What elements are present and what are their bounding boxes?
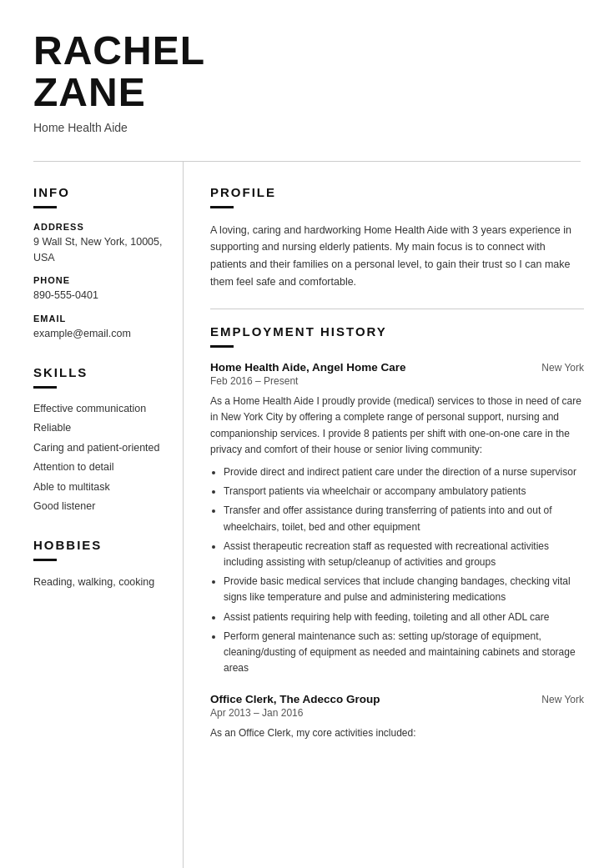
job-dates-1: Feb 2016 – Present [210,375,584,387]
bullet-item: Transfer and offer assistance during tra… [224,503,584,534]
profile-heading: PROFILE [210,185,584,199]
skill-item: Caring and patient-oriented [33,441,163,456]
job-block-1: Home Health Aide, Angel Home Care New Yo… [210,361,584,676]
candidate-title: Home Health Aide [33,121,581,134]
skill-item: Attention to detail [33,460,163,475]
info-heading: INFO [33,185,163,199]
address-label: ADDRESS [33,222,163,232]
hobbies-value: Reading, walking, cooking [33,574,163,590]
hobbies-heading: HOBBIES [33,538,163,552]
profile-section: PROFILE A loving, caring and hardworking… [210,185,584,291]
hobbies-underline [33,559,57,561]
skill-item: Good listener [33,499,163,514]
info-underline [33,206,57,208]
job-description-1: As a Home Health Aide I proudly provide … [210,394,584,458]
job-block-2: Office Clerk, The Adecco Group New York … [210,693,584,741]
job-title-2: Office Clerk, The Adecco Group [210,693,380,705]
hobbies-section: HOBBIES Reading, walking, cooking [33,538,163,590]
job-dates-2: Apr 2013 – Jan 2016 [210,707,584,719]
candidate-name: RACHEL ZANE [33,30,581,114]
sidebar: INFO ADDRESS 9 Wall St, New York, 10005,… [0,162,184,868]
skill-item: Reliable [33,421,163,436]
job-header-2: Office Clerk, The Adecco Group New York [210,693,584,705]
first-name: RACHEL [33,28,205,73]
info-section: INFO ADDRESS 9 Wall St, New York, 10005,… [33,185,163,342]
profile-text: A loving, caring and hardworking Home He… [210,222,584,291]
job-description-2: As an Office Clerk, my core activities i… [210,725,584,741]
employment-heading: EMPLOYMENT HISTORY [210,324,584,339]
phone-value: 890-555-0401 [33,288,163,304]
address-value: 9 Wall St, New York, 10005, USA [33,234,163,266]
skill-item: Effective communication [33,402,163,417]
main-layout: INFO ADDRESS 9 Wall St, New York, 10005,… [0,162,614,868]
job-title-1: Home Health Aide, Angel Home Care [210,361,406,374]
email-label: EMAIL [33,314,163,324]
last-name: ZANE [33,70,146,114]
phone-label: PHONE [33,275,163,285]
bullet-item: Provide direct and indirect patient care… [224,464,584,480]
bullet-item: Assist therapeutic recreation staff as r… [224,539,584,570]
employment-underline [210,345,234,348]
bullet-item: Transport patients via wheelchair or acc… [224,484,584,499]
employment-section: EMPLOYMENT HISTORY Home Health Aide, Ang… [210,324,584,741]
main-content: PROFILE A loving, caring and hardworking… [184,162,614,868]
job-location-2: New York [541,694,584,705]
profile-divider [210,309,584,309]
bullet-item: Assist patients requiring help with feed… [224,610,584,625]
skills-section: SKILLS Effective communication Reliable … [33,365,163,514]
resume-header: RACHEL ZANE Home Health Aide [0,0,614,149]
skills-heading: SKILLS [33,365,163,379]
resume-container: RACHEL ZANE Home Health Aide INFO ADDRES… [0,0,614,868]
email-value: example@email.com [33,326,163,342]
profile-underline [210,206,234,208]
skill-item: Able to multitask [33,480,163,495]
bullet-item: Provide basic medical services that incl… [224,574,584,605]
job-header-1: Home Health Aide, Angel Home Care New Yo… [210,361,584,374]
skills-underline [33,386,57,389]
bullet-item: Perform general maintenance such as: set… [224,629,584,677]
job-location-1: New York [541,362,584,374]
job-bullets-1: Provide direct and indirect patient care… [210,464,584,676]
